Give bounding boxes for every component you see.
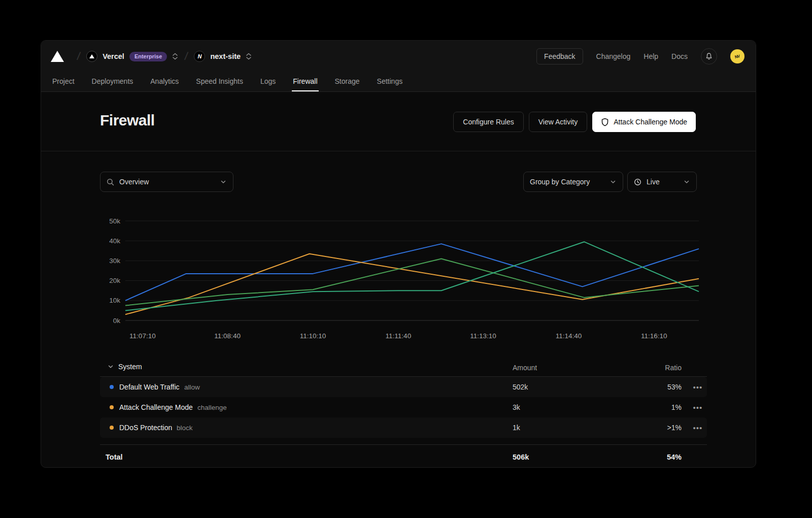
tab-project[interactable]: Project xyxy=(51,71,76,91)
y-axis-tick-label: 0k xyxy=(113,317,121,325)
title-section: Firewall Configure Rules View Activity A… xyxy=(41,92,756,151)
shield-icon xyxy=(601,118,609,126)
total-row: Total 506k 54% xyxy=(100,444,707,468)
breadcrumb-slash: / xyxy=(76,50,81,63)
x-axis-tick-label: 11:11:40 xyxy=(386,332,412,340)
y-axis-tick-label: 10k xyxy=(109,297,120,304)
yellow-line xyxy=(125,254,699,315)
x-axis-tick-label: 11:14:40 xyxy=(556,332,582,340)
table-row[interactable]: DDoS Protectionblock1k>1%••• xyxy=(100,417,707,438)
clock-icon xyxy=(634,178,641,186)
project-name[interactable]: next-site xyxy=(210,52,241,60)
chevron-down-icon xyxy=(683,178,690,185)
table-header: System Amount Ratio xyxy=(100,359,707,377)
team-triangle-icon xyxy=(89,54,94,58)
team-avatar xyxy=(86,51,97,62)
y-axis-tick-label: 20k xyxy=(109,277,120,284)
notifications-button[interactable] xyxy=(701,48,717,64)
traffic-chart[interactable]: 0k10k20k30k40k50k11:07:1011:08:4011:10:1… xyxy=(100,211,707,348)
page-title: Firewall xyxy=(100,112,155,129)
search-icon xyxy=(107,178,114,186)
feedback-button[interactable]: Feedback xyxy=(536,48,583,64)
attack-challenge-mode-button[interactable]: Attack Challenge Mode xyxy=(592,112,696,132)
nextjs-project-icon: N xyxy=(194,51,205,62)
breadcrumb-slash: / xyxy=(184,50,189,63)
tab-firewall[interactable]: Firewall xyxy=(292,71,318,91)
ratio-column-header: Ratio xyxy=(100,364,682,372)
rule-ratio: 53% xyxy=(100,383,682,391)
row-menu-button[interactable]: ••• xyxy=(691,401,705,413)
project-tabs: ProjectDeploymentsAnalyticsSpeed Insight… xyxy=(51,71,403,91)
filter-row: Overview Group by Category Live xyxy=(41,172,756,192)
table-body: Default Web Trafficallow502k53%•••Attack… xyxy=(100,377,707,438)
vercel-logo-icon[interactable] xyxy=(51,51,64,62)
row-menu-button[interactable]: ••• xyxy=(691,381,705,393)
green-line xyxy=(125,259,699,306)
user-avatar[interactable]: NV xyxy=(730,49,745,63)
changelog-link[interactable]: Changelog xyxy=(596,52,631,60)
docs-link[interactable]: Docs xyxy=(671,52,688,60)
x-axis-tick-label: 11:13:10 xyxy=(470,332,496,340)
time-range-select[interactable]: Live xyxy=(627,172,697,192)
enterprise-badge: Enterprise xyxy=(129,52,167,61)
view-select[interactable]: Overview xyxy=(100,172,233,192)
attack-challenge-mode-label: Attack Challenge Mode xyxy=(614,118,687,126)
total-ratio: 54% xyxy=(100,453,682,461)
configure-rules-button[interactable]: Configure Rules xyxy=(453,112,523,132)
rule-ratio: >1% xyxy=(100,424,682,432)
tab-deployments[interactable]: Deployments xyxy=(91,71,134,91)
line-chart-svg: 0k10k20k30k40k50k11:07:1011:08:4011:10:1… xyxy=(100,211,707,347)
group-by-select[interactable]: Group by Category xyxy=(523,172,623,192)
blue-line xyxy=(125,244,699,301)
team-switcher-icon[interactable] xyxy=(172,52,179,60)
help-link[interactable]: Help xyxy=(644,52,658,60)
tab-speed-insights[interactable]: Speed Insights xyxy=(195,71,244,91)
top-right-actions: Feedback Changelog Help Docs NV xyxy=(536,48,745,64)
tab-analytics[interactable]: Analytics xyxy=(149,71,180,91)
breadcrumb: / Vercel Enterprise / N next-site xyxy=(51,47,252,66)
x-axis-tick-label: 11:16:10 xyxy=(641,332,667,340)
row-menu-button[interactable]: ••• xyxy=(691,422,705,434)
chevron-down-icon xyxy=(610,178,617,185)
view-activity-button[interactable]: View Activity xyxy=(529,112,588,132)
project-switcher-icon[interactable] xyxy=(245,52,252,60)
rules-table: System Amount Ratio Default Web Traffica… xyxy=(100,359,707,468)
group-by-value: Group by Category xyxy=(530,178,604,186)
rule-ratio: 1% xyxy=(100,403,682,411)
x-axis-tick-label: 11:07:10 xyxy=(129,332,156,340)
table-row[interactable]: Attack Challenge Modechallenge3k1%••• xyxy=(100,397,707,417)
x-axis-tick-label: 11:08:40 xyxy=(214,332,241,340)
bell-icon xyxy=(705,52,713,60)
chevron-down-icon xyxy=(220,178,227,185)
tab-storage[interactable]: Storage xyxy=(334,71,361,91)
team-name[interactable]: Vercel xyxy=(103,52,124,60)
y-axis-tick-label: 50k xyxy=(109,217,120,225)
table-row[interactable]: Default Web Trafficallow502k53%••• xyxy=(100,377,707,397)
top-band: / Vercel Enterprise / N next-site Feedba… xyxy=(41,41,756,92)
y-axis-tick-label: 40k xyxy=(109,237,120,245)
time-range-value: Live xyxy=(647,178,678,186)
x-axis-tick-label: 11:10:10 xyxy=(300,332,326,340)
tab-logs[interactable]: Logs xyxy=(259,71,277,91)
tab-settings[interactable]: Settings xyxy=(376,71,404,91)
title-actions: Configure Rules View Activity Attack Cha… xyxy=(453,112,696,132)
view-select-value: Overview xyxy=(119,178,215,186)
teal-line xyxy=(125,242,699,310)
y-axis-tick-label: 30k xyxy=(109,257,120,265)
app-window: / Vercel Enterprise / N next-site Feedba… xyxy=(41,40,756,468)
avatar-initials: NV xyxy=(735,54,740,59)
